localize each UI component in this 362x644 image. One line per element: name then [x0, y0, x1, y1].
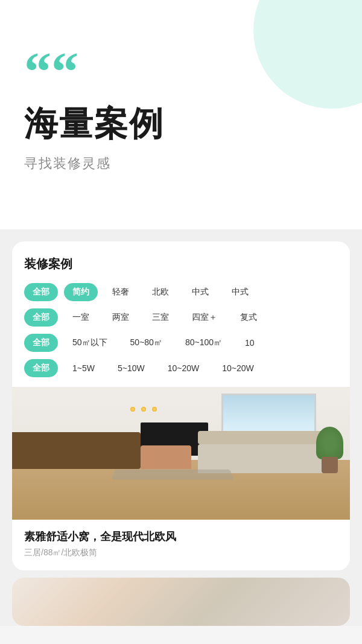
hero-title: 海量案例: [24, 105, 338, 142]
room-light-1: [130, 407, 135, 412]
filter-tag-chinese2[interactable]: 中式: [223, 283, 257, 301]
room-chair: [141, 445, 191, 470]
filter-tag-duplex[interactable]: 复式: [232, 308, 265, 327]
filter-tag-all-style[interactable]: 全部: [24, 283, 58, 301]
room-plant: [316, 427, 343, 473]
quote-mark-icon: ““: [24, 45, 338, 99]
hero-section: ““ 海量案例 寻找装修灵感: [0, 0, 362, 229]
room-scene: [12, 387, 350, 520]
filter-tag-all-budget[interactable]: 全部: [24, 359, 58, 377]
filter-row-area: 全部 50㎡以下 50~80㎡ 80~100㎡ 10: [24, 334, 338, 352]
card-preview-image: [12, 578, 350, 626]
hero-subtitle: 寻找装修灵感: [24, 155, 338, 173]
filter-tag-two-room[interactable]: 两室: [104, 308, 138, 327]
room-rug: [112, 470, 233, 480]
filter-tag-four-room[interactable]: 四室＋: [183, 308, 226, 327]
case-card: 装修案例 全部 简约 轻奢 北欧 中式 中式 全部 一室 两室 三室 四室＋ 复…: [12, 241, 350, 570]
room-sofa: [198, 444, 333, 473]
filter-tag-three-room[interactable]: 三室: [144, 308, 177, 327]
filter-tag-luxury[interactable]: 轻奢: [104, 283, 138, 301]
filter-tag-one-room[interactable]: 一室: [64, 308, 98, 327]
filter-tag-all-room[interactable]: 全部: [24, 308, 58, 327]
filter-row-budget: 全部 1~5W 5~10W 10~20W 10~20W: [24, 359, 338, 377]
card-section: 装修案例 全部 简约 轻奢 北欧 中式 中式 全部 一室 两室 三室 四室＋ 复…: [0, 229, 362, 626]
filter-tag-budget-1-5[interactable]: 1~5W: [64, 360, 103, 377]
room-image[interactable]: [12, 387, 350, 520]
filter-row-room: 全部 一室 两室 三室 四室＋ 复式: [24, 308, 338, 327]
card-title: 装修案例: [24, 256, 338, 272]
filter-tag-simple[interactable]: 简约: [64, 283, 98, 301]
room-sofa-back: [198, 431, 333, 444]
filter-tag-area-50[interactable]: 50㎡以下: [64, 334, 116, 352]
card-info: 素雅舒适小窝，全是现代北欧风 三居/88㎡/北欧极简: [24, 520, 338, 570]
filter-row-style: 全部 简约 轻奢 北欧 中式 中式: [24, 283, 338, 301]
room-plant-leaves: [316, 427, 343, 459]
room-tv-unit: [12, 432, 141, 470]
room-plant-pot: [322, 457, 338, 473]
filter-tag-area-80-100[interactable]: 80~100㎡: [177, 334, 230, 352]
case-meta: 三居/88㎡/北欧极简: [24, 547, 338, 558]
filter-tag-budget-5-10[interactable]: 5~10W: [109, 360, 153, 377]
room-lights: [130, 407, 157, 412]
filter-tag-budget-10-20a[interactable]: 10~20W: [159, 360, 208, 377]
filter-tag-area-50-80[interactable]: 50~80㎡: [122, 334, 171, 352]
filter-tag-area-10[interactable]: 10: [237, 334, 263, 351]
case-title: 素雅舒适小窝，全是现代北欧风: [24, 529, 338, 544]
filter-tag-nordic[interactable]: 北欧: [144, 283, 177, 301]
filter-tag-chinese1[interactable]: 中式: [183, 283, 217, 301]
card-preview-bottom[interactable]: [12, 578, 350, 626]
room-light-3: [152, 407, 157, 412]
room-light-2: [141, 407, 146, 412]
filter-tag-budget-10-20b[interactable]: 10~20W: [214, 360, 262, 377]
filter-tag-all-area[interactable]: 全部: [24, 334, 58, 352]
